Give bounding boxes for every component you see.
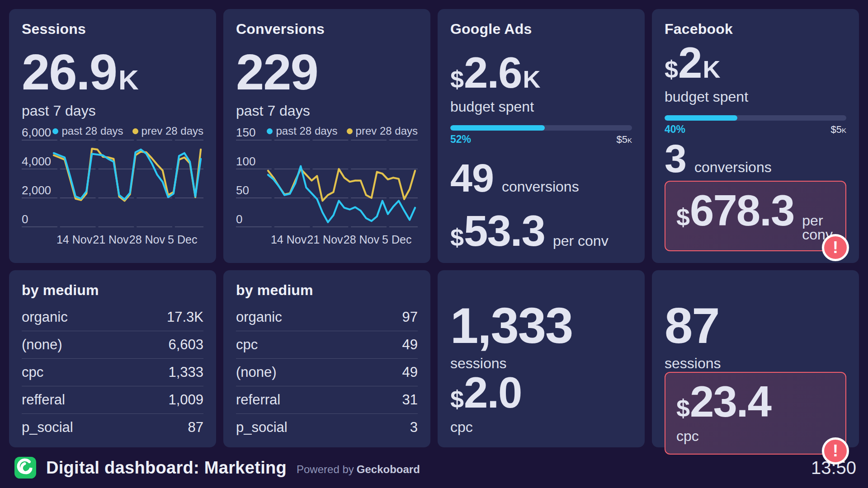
cpc-value: 2.0 [464,372,521,413]
alert-icon: ! [822,234,849,261]
table-row: (none) 49 [236,358,418,386]
table-row: organic 97 [236,303,418,331]
budget-progress-bar [450,125,632,131]
powered-by-prefix: Powered by [297,463,354,475]
conversions-card: Conversions 229 past 7 days 150 100 50 0… [223,9,430,263]
row-value: 1,333 [168,364,203,380]
sessions-number: 87 [665,302,846,350]
sessions-number: 1,333 [450,302,632,350]
powered-by-brand: Geckoboard [357,463,420,475]
row-label: cpc [22,364,43,380]
row-value: 49 [402,337,418,353]
sessions-value: 87 [665,302,719,350]
cpc-number: $ 2.0 [450,372,632,413]
facebook-budget-stat: $ 2 K [665,42,846,83]
card-title: Sessions [22,21,203,38]
x-tick: 14 Nov [271,233,307,246]
budget-progress-bar [665,115,846,121]
sessions-big-number: 26.9 K [22,48,203,96]
progress-labels: 40% $5K [665,123,846,136]
facebook-card: Facebook $ 2 K budget spent 40% $5K 3 co… [652,9,859,263]
google-per-conv-stat: $ 53.3 per conv [450,210,632,251]
progress-labels: 52% $5K [450,133,632,145]
cpc-label: cpc [450,419,632,436]
budget-suffix: K [703,58,720,81]
conversions-value: 229 [236,48,318,96]
per-conv-value: 53.3 [464,210,545,251]
conversions-period: past 7 days [236,103,418,119]
cpc-value: 23.4 [690,381,771,422]
currency-sign: $ [450,226,464,249]
google-ads-sessions-card: 1,333 sessions $ 2.0 cpc [438,270,645,447]
per-conv-value: 678.3 [690,190,794,231]
x-tick: 21 Nov [93,233,128,246]
table-row: cpc 1,333 [22,358,203,386]
row-value: 31 [402,392,418,408]
currency-sign: $ [450,388,464,411]
sessions-value: 1,333 [450,302,572,350]
facebook-cpc-stat: $ 23.4 [676,381,835,422]
cpc-label: cpc [676,428,835,445]
row-label: p_social [236,419,288,436]
budget-value: 2.6 [464,52,521,93]
dashboard-grid: Sessions 26.9 K past 7 days 6,000 4,000 … [0,0,868,447]
per-conv-label: per conv [553,234,609,248]
table-row: (none) 6,603 [22,331,203,358]
facebook-sessions-card: 87 sessions $ 23.4 cpc ! [652,270,859,447]
budget-label: budget spent [450,99,632,115]
x-tick: 28 Nov [129,233,165,246]
budget-suffix: K [523,68,541,91]
conversions-big-number: 229 [236,48,418,96]
row-label: organic [22,309,68,325]
budget-value: 2 [678,42,701,83]
x-tick: 28 Nov [344,233,379,246]
row-label: organic [236,309,282,325]
row-value: 17.3K [167,309,203,325]
powered-by: Powered byGeckoboard [297,463,420,476]
past-28-days-line [54,150,201,199]
conversions-value: 3 [665,141,686,176]
progress-percent: 52% [450,133,471,145]
facebook-sessions-stat: 87 sessions [665,302,846,372]
sessions-value-suffix: K [118,67,139,94]
table-row: p_social 3 [236,413,418,441]
dashboard-title: Digital dashboard: Marketing [46,458,287,478]
table-row: referral 31 [236,386,418,413]
x-tick: 5 Dec [382,233,411,246]
budget-progress-fill [665,115,737,121]
conversions-label: conversions [502,180,579,193]
table-row: cpc 49 [236,331,418,358]
sessions-value: 26.9 [22,48,117,96]
google-conversions-stat: 49 conversions [450,160,632,196]
google-cpc-stat: $ 2.0 cpc [450,372,632,435]
by-medium-sessions-table: organic 17.3K (none) 6,603 cpc 1,333 ref… [22,303,203,441]
x-tick: 21 Nov [307,233,343,246]
row-value: 1,009 [168,392,203,408]
table-row: organic 17.3K [22,303,203,331]
geckoboard-logo [14,457,36,479]
by-medium-sessions-card: by medium organic 17.3K (none) 6,603 cpc… [9,270,216,447]
row-label: referral [236,392,280,408]
currency-sign: $ [676,397,690,420]
prev-28-days-line [268,169,415,201]
per-conv-alert-box: $ 678.3 per conv ! [665,181,846,251]
by-medium-conversions-table: organic 97 cpc 49 (none) 49 referral 31 [236,303,418,441]
budget-label: budget spent [665,89,846,105]
row-label: (none) [22,337,62,353]
row-label: p_social [22,419,73,436]
google-sessions-stat: 1,333 sessions [450,302,632,372]
google-budget-stat: $ 2.6 K [450,52,632,93]
progress-max: $5K [616,134,632,145]
x-tick: 5 Dec [168,233,197,246]
facebook-per-conv-stat: $ 678.3 per conv [676,190,835,241]
alert-icon: ! [822,437,849,465]
row-value: 6,603 [168,337,203,353]
currency-sign: $ [676,206,690,229]
table-row: refferal 1,009 [22,386,203,413]
row-value: 3 [410,419,418,436]
facebook-conversions-stat: 3 conversions [665,141,846,176]
budget-progress-fill [450,125,545,131]
row-label: refferal [22,392,65,408]
row-value: 97 [402,309,418,325]
card-title: by medium [236,282,418,299]
